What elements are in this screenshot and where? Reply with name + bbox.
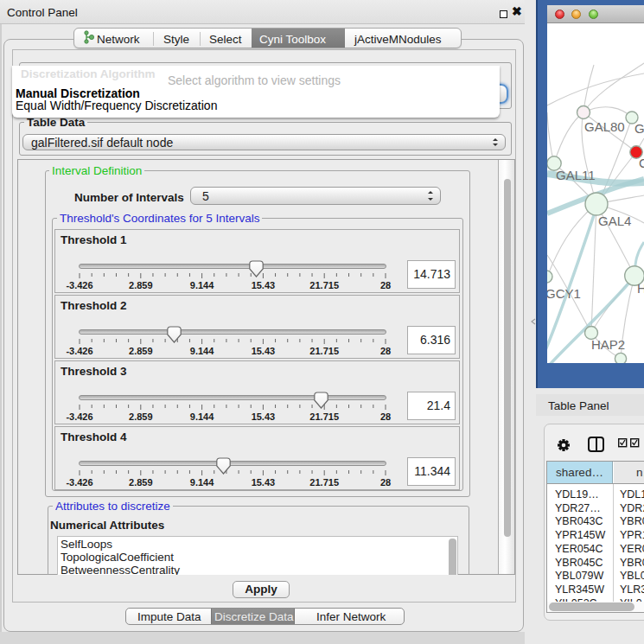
svg-text:GAL11: GAL11 [556, 168, 596, 182]
svg-text:HAP2: HAP2 [591, 337, 625, 352]
svg-text:GA: GA [634, 121, 644, 136]
svg-text:GAL4: GAL4 [598, 214, 631, 228]
svg-text:GCY1: GCY1 [547, 286, 581, 301]
svg-text:H: H [637, 281, 644, 296]
svg-text:GAL80: GAL80 [584, 119, 625, 134]
svg-text:C: C [639, 156, 644, 170]
